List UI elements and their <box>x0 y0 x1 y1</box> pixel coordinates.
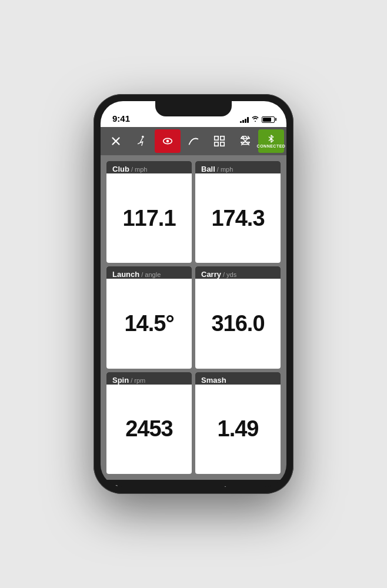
bluetooth-button[interactable]: CONNECTED <box>258 129 284 153</box>
svg-rect-7 <box>221 142 224 146</box>
svg-point-12 <box>115 485 118 487</box>
metric-header-carry: Carry/ yds <box>195 266 281 279</box>
bottom-bar: DRIVER 6 OF 7 SWING ShareEditDelete <box>101 480 286 487</box>
metric-header-club: Club/ mph <box>106 161 192 173</box>
metric-value-area-ball: 174.3 <box>195 173 281 263</box>
metric-value-area-smash: 1.49 <box>195 385 281 474</box>
bottom-left: DRIVER 6 OF 7 SWING <box>106 485 218 487</box>
notch <box>155 101 232 116</box>
metric-card-club: Club/ mph117.1 <box>106 161 192 263</box>
metric-value-area-launch: 14.5° <box>106 279 192 368</box>
grid-button[interactable] <box>206 129 232 153</box>
content-wrapper: CONNECTED Club/ mph117.1Ball/ mph174.3La… <box>101 127 286 487</box>
metric-value-launch: 14.5° <box>124 311 174 336</box>
share-icon <box>219 486 231 487</box>
svg-rect-6 <box>215 142 218 146</box>
metric-unit-club: / mph <box>131 166 148 173</box>
metric-unit-carry: / yds <box>223 271 236 278</box>
metric-card-launch: Launch/ angle14.5° <box>106 266 192 368</box>
wifi-icon <box>251 115 259 123</box>
metric-label-smash: Smash <box>201 376 226 385</box>
metric-card-smash: Smash1.49 <box>195 372 281 474</box>
phone-screen: 9:41 <box>101 101 286 487</box>
status-icons <box>240 115 275 123</box>
connected-label: CONNECTED <box>257 144 286 148</box>
metric-unit-ball: / mph <box>217 166 233 173</box>
metric-label-ball: Ball <box>201 165 215 173</box>
svg-line-11 <box>115 486 116 487</box>
metric-header-smash: Smash <box>195 372 281 385</box>
metric-value-carry: 316.0 <box>211 311 264 336</box>
settings-button[interactable] <box>232 129 258 153</box>
metric-header-ball: Ball/ mph <box>195 161 281 173</box>
metric-value-area-carry: 316.0 <box>195 279 281 368</box>
status-time: 9:41 <box>112 113 130 123</box>
metric-value-ball: 174.3 <box>211 206 264 231</box>
metric-unit-spin: / rpm <box>131 377 145 384</box>
metric-card-carry: Carry/ yds316.0 <box>195 266 281 368</box>
delete-button[interactable]: Delete <box>265 486 281 487</box>
metrics-grid: Club/ mph117.1Ball/ mph174.3Launch/ angl… <box>101 155 286 480</box>
metric-header-spin: Spin/ rpm <box>106 372 192 385</box>
share-button[interactable]: Share <box>218 486 232 487</box>
signal-icon <box>240 116 249 123</box>
metric-label-launch: Launch <box>112 270 139 279</box>
edit-button[interactable]: Edit <box>243 486 255 487</box>
metric-value-smash: 1.49 <box>218 416 259 442</box>
metric-unit-launch: / angle <box>141 271 161 278</box>
metric-label-spin: Spin <box>112 376 129 385</box>
bluetooth-icon <box>266 134 276 143</box>
trajectory-button[interactable] <box>181 129 206 153</box>
metric-value-club: 117.1 <box>122 206 175 231</box>
metric-header-launch: Launch/ angle <box>106 266 192 279</box>
club-section: DRIVER <box>106 485 126 487</box>
golfer-button[interactable] <box>129 129 155 153</box>
metric-label-carry: Carry <box>201 270 221 279</box>
svg-point-0 <box>142 136 144 138</box>
metric-value-area-club: 117.1 <box>106 173 192 263</box>
svg-rect-5 <box>221 136 224 140</box>
metric-card-spin: Spin/ rpm2453 <box>106 372 192 474</box>
delete-icon <box>267 486 279 487</box>
toolbar: CONNECTED <box>101 127 286 155</box>
bottom-actions: ShareEditDelete <box>218 486 281 487</box>
driver-icon <box>109 485 124 487</box>
metric-value-spin: 2453 <box>125 416 173 442</box>
svg-line-1 <box>138 143 141 144</box>
metric-label-club: Club <box>112 165 129 173</box>
svg-point-3 <box>166 140 169 143</box>
svg-rect-4 <box>215 136 218 140</box>
close-button[interactable] <box>103 129 129 153</box>
edit-icon <box>243 486 255 487</box>
eye-button[interactable] <box>155 129 181 153</box>
phone-frame: 9:41 <box>94 94 293 494</box>
metric-value-area-spin: 2453 <box>106 385 192 474</box>
battery-icon <box>262 116 275 123</box>
metric-card-ball: Ball/ mph174.3 <box>195 161 281 263</box>
